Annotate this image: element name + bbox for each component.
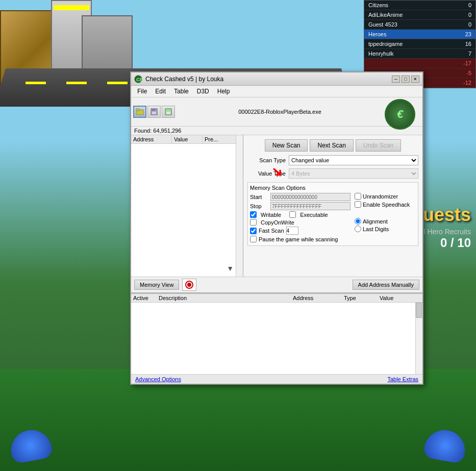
ce-menubar: File Edit Table D3D Help [131, 86, 422, 97]
ce-app-icon: CE [134, 75, 142, 83]
scoreboard-row-neg: -17 [364, 59, 475, 68]
mem-cow-row: CopyOnWrite [250, 219, 350, 226]
scan-type-select[interactable]: Changed value Exact Value Increased valu… [289, 155, 418, 165]
mem-stop-row: Stop [250, 202, 350, 210]
scoreboard-score: -12 [463, 80, 471, 86]
speedhack-checkbox[interactable] [355, 201, 361, 208]
save2-icon [164, 108, 172, 116]
menu-table[interactable]: Table [170, 87, 193, 96]
ce-logo: € [385, 99, 420, 125]
col-val: Value [380, 295, 420, 301]
executable-label: Executable [300, 212, 328, 218]
ce-bottom-bar: Memory View Add Address Manually [131, 277, 422, 292]
memory-options-inner: Start Stop Writable [250, 193, 416, 243]
alignment-radio-row: Alignment [355, 218, 416, 225]
pause-game-checkbox[interactable] [250, 236, 257, 242]
writable-label: Writable [261, 212, 281, 218]
scoreboard-name: Guest 4523 [368, 21, 397, 28]
value-type-row: Value Type 4 Bytes [243, 167, 422, 180]
pause-game-row: Pause the game while scanning [250, 236, 346, 242]
arrow-down-icon[interactable]: ▼ [227, 264, 234, 272]
memory-view-button[interactable]: Memory View [134, 280, 179, 290]
ce-list-header: Address Value Pre... [131, 135, 243, 144]
scoreboard-row: tppedroigame 16 [364, 39, 475, 49]
scoreboard-name: AdiLikeAnime [368, 12, 403, 18]
col-addr: Address [293, 295, 344, 301]
alignment-label: Alignment [363, 218, 388, 225]
speedhack-label: Enable Speedhack [363, 202, 410, 208]
ce-titlebar-left: CE Check Cashed v5 | by Louka [134, 75, 223, 83]
menu-help[interactable]: Help [213, 87, 234, 96]
menu-edit[interactable]: Edit [151, 87, 170, 96]
executable-checkbox[interactable] [289, 211, 296, 218]
writable-checkbox[interactable] [250, 211, 257, 218]
scan-buttons: New Scan Next Scan Undo Scan [243, 135, 422, 154]
ce-footer: Advanced Options Table Extras [131, 374, 422, 384]
ce-title-text: Check Cashed v5 | by Louka [145, 76, 223, 83]
save-icon [150, 108, 158, 116]
address-table-wrapper [131, 303, 422, 374]
address-table-content [131, 303, 422, 374]
address-bar: 000022E8-RobloxPlayerBeta.exe [176, 108, 384, 116]
scoreboard-name: Heroes [368, 31, 386, 37]
fast-scan-label: Fast Scan [259, 228, 284, 234]
mem-stop-input[interactable] [270, 202, 350, 210]
ce-minimize-button[interactable]: ─ [392, 76, 400, 83]
add-address-button[interactable]: Add Address Manually [353, 280, 419, 290]
col-value: Value [172, 135, 203, 143]
scoreboard-score: 23 [465, 31, 471, 37]
copy-on-write-checkbox[interactable] [250, 219, 257, 226]
ce-list-content [131, 144, 243, 277]
ce-logo-circle: € [385, 99, 415, 130]
col-type: Type [344, 295, 380, 301]
scan-type-label: Scan Type [247, 157, 286, 163]
menu-file[interactable]: File [133, 87, 151, 96]
scoreboard-row: AdiLikeAnime 0 [364, 10, 475, 20]
mem-start-input[interactable] [270, 193, 350, 201]
value-type-select[interactable]: 4 Bytes [289, 168, 418, 179]
address-scroll-thumb[interactable] [416, 303, 422, 318]
last-digits-radio[interactable] [355, 226, 361, 232]
unrandomizer-checkbox[interactable] [355, 193, 361, 200]
toolbar-save-button[interactable] [147, 106, 161, 118]
scoreboard-score: 7 [468, 51, 471, 57]
alignment-options: Alignment Last Digits [355, 218, 416, 232]
ce-found-bar: Found: 64,951,296 [131, 127, 422, 135]
svg-rect-8 [166, 112, 170, 114]
memory-scan-options: Memory Scan Options Start Stop [247, 182, 418, 246]
scan-type-row: Scan Type Changed value Exact Value Incr… [243, 154, 422, 167]
scoreboard-score: 0 [468, 12, 471, 18]
ce-split-view: Address Value Pre... ▼ ➜ New Scan Next S… [131, 135, 422, 277]
svg-rect-6 [152, 109, 155, 111]
col-description: Description [159, 295, 293, 301]
toolbar-open-button[interactable] [133, 106, 146, 118]
stop-inner [187, 283, 191, 287]
scoreboard-name: tppedroigame [368, 41, 403, 47]
ce-maximize-button[interactable]: □ [402, 76, 410, 83]
stop-icon [185, 281, 193, 289]
new-scan-button[interactable]: New Scan [265, 139, 308, 152]
fast-scan-input[interactable] [286, 227, 298, 235]
svg-text:CE: CE [136, 77, 142, 82]
next-scan-button[interactable]: Next Scan [310, 139, 353, 152]
table-extras-link[interactable]: Table Extras [387, 376, 418, 382]
fast-scan-checkbox[interactable] [250, 228, 257, 234]
address-table-scrollbar[interactable] [415, 303, 422, 374]
ce-close-button[interactable]: ✕ [411, 76, 419, 83]
ce-toolbar: 000022E8-RobloxPlayerBeta.exe € [131, 97, 422, 127]
undo-scan-button[interactable]: Undo Scan [356, 139, 401, 152]
open-icon [136, 108, 144, 116]
mem-start-label: Start [250, 194, 270, 200]
scoreboard-score: -17 [463, 60, 471, 66]
scoreboard-score: 16 [465, 41, 471, 47]
menu-d3d[interactable]: D3D [193, 87, 213, 96]
ce-window-controls: ─ □ ✕ [392, 76, 419, 83]
svg-rect-3 [136, 109, 139, 111]
memory-options-title: Memory Scan Options [250, 185, 416, 191]
advanced-options-link[interactable]: Advanced Options [135, 376, 181, 382]
alignment-radio[interactable] [355, 218, 361, 225]
scoreboard-score: -5 [466, 70, 471, 76]
toolbar-save2-button[interactable] [162, 106, 175, 118]
stop-scan-button[interactable] [182, 279, 196, 291]
list-scrollbar[interactable] [236, 135, 243, 277]
